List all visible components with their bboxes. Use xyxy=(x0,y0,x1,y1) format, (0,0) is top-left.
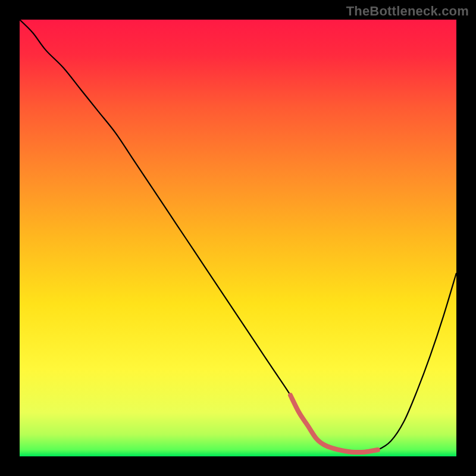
bottleneck-curve-chart xyxy=(20,20,456,456)
chart-container: TheBottleneck.com xyxy=(0,0,476,476)
gradient-background xyxy=(20,20,456,456)
watermark-text: TheBottleneck.com xyxy=(346,4,469,19)
plot-area xyxy=(20,20,456,456)
